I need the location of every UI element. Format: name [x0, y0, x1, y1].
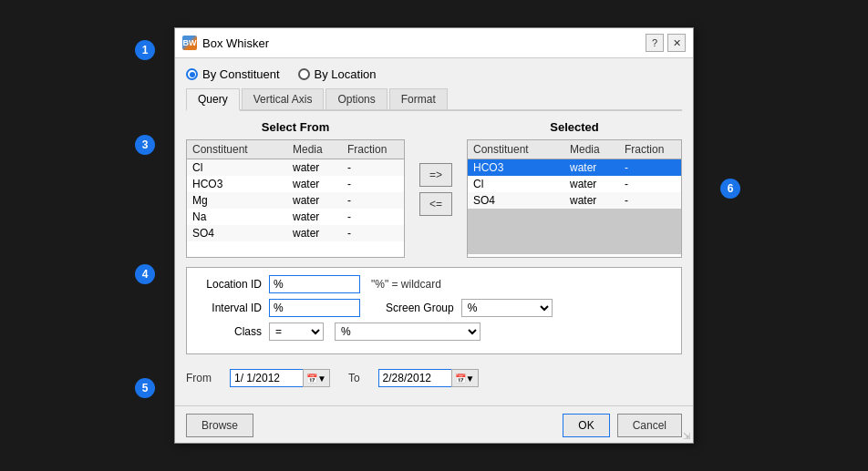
- sel-col-media: Media: [568, 142, 623, 157]
- interval-id-input[interactable]: [269, 299, 360, 317]
- select-from-table: Constituent Media Fraction Cl water - HC…: [186, 139, 405, 258]
- ok-button[interactable]: OK: [563, 414, 609, 437]
- screen-group-label: Screen Group: [386, 302, 454, 314]
- selected-row[interactable]: HCO3 water -: [468, 159, 681, 176]
- app-icon: BW: [182, 36, 197, 50]
- badge-3: 3: [135, 135, 155, 155]
- to-label: To: [348, 372, 360, 384]
- tab-vertical-axis[interactable]: Vertical Axis: [242, 88, 325, 109]
- from-date-picker-button[interactable]: 📅▼: [303, 369, 330, 387]
- interval-id-label: Interval ID: [196, 302, 262, 314]
- dialog-title: Box Whisker: [202, 36, 269, 50]
- bottom-bar: Browse OK Cancel: [175, 405, 693, 443]
- to-date-input[interactable]: [378, 369, 451, 387]
- screen-group-select[interactable]: %: [461, 299, 553, 317]
- table-row[interactable]: Mg water -: [187, 192, 404, 209]
- interval-id-row: Interval ID Screen Group %: [196, 299, 672, 317]
- radio-btn-location[interactable]: [298, 68, 310, 80]
- dialog: BW Box Whisker ? ✕ By Constituent By Loc…: [174, 27, 694, 444]
- table-row[interactable]: HCO3 water -: [187, 176, 404, 192]
- arrow-buttons: => <=: [414, 120, 458, 258]
- class-operator-select[interactable]: = < >: [269, 323, 324, 341]
- class-label: Class: [196, 325, 262, 338]
- badge-1: 1: [135, 40, 155, 60]
- filters-section: Location ID "%" = wildcard Interval ID S…: [186, 267, 682, 354]
- tab-format[interactable]: Format: [389, 88, 448, 109]
- selected-row[interactable]: SO4 water -: [468, 192, 681, 209]
- radio-by-location[interactable]: By Location: [298, 67, 377, 81]
- selected-panel: Selected Constituent Media Fraction HCO3…: [467, 120, 682, 258]
- radio-row: By Constituent By Location: [186, 67, 682, 81]
- sel-col-fraction: Fraction: [623, 142, 677, 157]
- selected-row[interactable]: Cl water -: [468, 176, 681, 192]
- tab-query[interactable]: Query: [186, 88, 240, 111]
- to-date-group: 📅▼: [378, 369, 479, 387]
- title-bar: BW Box Whisker ? ✕: [175, 28, 693, 58]
- col-media: Media: [291, 142, 346, 157]
- remove-button[interactable]: <=: [419, 192, 452, 216]
- to-date-picker-button[interactable]: 📅▼: [451, 369, 479, 387]
- browse-button[interactable]: Browse: [186, 414, 253, 437]
- sel-col-constituent: Constituent: [471, 142, 568, 157]
- table-row[interactable]: SO4 water -: [187, 225, 404, 241]
- from-date-group: 📅▼: [230, 369, 330, 387]
- main-content: Select From Constituent Media Fraction C…: [186, 120, 682, 258]
- selected-empty-area: [468, 209, 681, 254]
- badge-6: 6: [720, 179, 740, 199]
- cancel-button[interactable]: Cancel: [617, 414, 682, 437]
- add-button[interactable]: =>: [419, 163, 452, 187]
- tab-options[interactable]: Options: [326, 88, 387, 109]
- resize-handle[interactable]: ⇲: [683, 431, 690, 441]
- location-id-row: Location ID "%" = wildcard: [196, 275, 672, 293]
- action-buttons: OK Cancel: [563, 414, 682, 437]
- table-row[interactable]: Na water -: [187, 209, 404, 225]
- class-row: Class = < > %: [196, 323, 672, 341]
- title-bar-left: BW Box Whisker: [182, 36, 269, 50]
- from-label: From: [186, 372, 212, 384]
- radio-by-constituent[interactable]: By Constituent: [186, 67, 280, 81]
- date-section: From 📅▼ To 📅▼: [186, 363, 682, 393]
- radio-btn-constituent[interactable]: [186, 68, 198, 80]
- location-id-label: Location ID: [196, 278, 262, 291]
- selected-title: Selected: [467, 120, 682, 134]
- col-constituent: Constituent: [191, 142, 291, 157]
- dialog-body: By Constituent By Location Query Vertica…: [175, 58, 693, 400]
- tabs: Query Vertical Axis Options Format: [186, 88, 682, 111]
- help-button[interactable]: ?: [646, 34, 664, 52]
- close-button[interactable]: ✕: [667, 34, 686, 52]
- badge-4: 4: [135, 264, 155, 284]
- class-value-select[interactable]: %: [335, 323, 480, 341]
- title-buttons: ? ✕: [646, 34, 686, 52]
- select-from-title: Select From: [186, 120, 405, 134]
- badge-5: 5: [135, 378, 155, 398]
- select-from-panel: Select From Constituent Media Fraction C…: [186, 120, 405, 258]
- col-fraction: Fraction: [346, 142, 400, 157]
- from-date-input[interactable]: [230, 369, 303, 387]
- table-row[interactable]: Cl water -: [187, 159, 404, 176]
- selected-table: Constituent Media Fraction HCO3 water - …: [467, 139, 682, 258]
- wildcard-hint: "%" = wildcard: [371, 278, 441, 291]
- selected-header: Constituent Media Fraction: [468, 140, 681, 159]
- select-from-header: Constituent Media Fraction: [187, 140, 404, 159]
- location-id-input[interactable]: [269, 275, 360, 293]
